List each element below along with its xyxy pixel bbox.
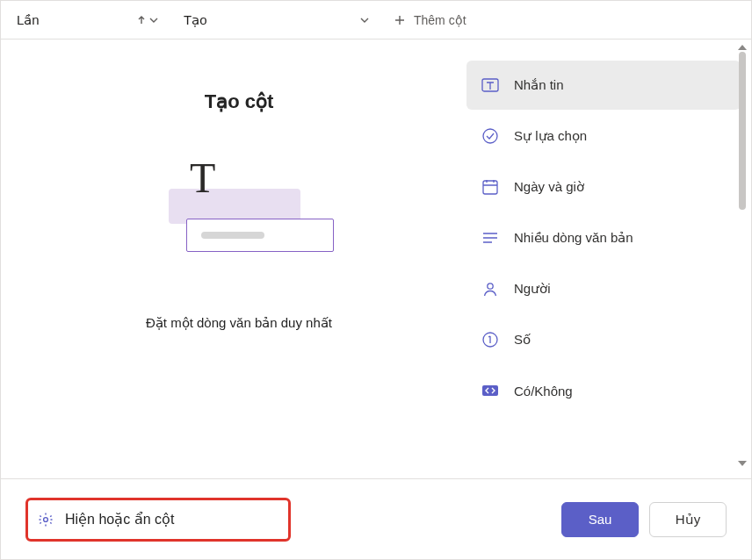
column-type-hint: Đặt một dòng văn bản duy nhất <box>146 315 332 331</box>
column-type-label: Sự lựa chọn <box>514 128 587 144</box>
scroll-down-icon[interactable] <box>738 461 747 466</box>
column-type-option[interactable]: Người <box>466 264 741 313</box>
scroll-up-icon[interactable] <box>738 45 747 50</box>
svg-point-1 <box>483 129 497 143</box>
add-column-label: Thêm cột <box>414 13 466 27</box>
column-type-label: Người <box>514 281 551 297</box>
add-column-button[interactable]: Thêm cột <box>382 13 479 27</box>
column-header-label: Tạo <box>184 12 207 28</box>
column-type-option[interactable]: Số <box>466 315 741 364</box>
plus-icon <box>394 15 405 25</box>
gear-icon <box>37 511 54 528</box>
column-preview-pane: Tạo cột T Đặt một dòng văn bản duy nhất <box>11 55 466 478</box>
column-type-list: Nhắn tinSự lựa chọnNgày và giờNhiều dòng… <box>466 55 741 478</box>
cancel-button[interactable]: Hủy <box>649 502 727 537</box>
column-type-option[interactable]: Có/Không <box>466 366 741 415</box>
column-type-option[interactable]: Nhiều dòng văn bản <box>466 213 741 262</box>
scrollbar[interactable] <box>735 45 749 466</box>
column-type-option[interactable]: Ngày và giờ <box>466 162 741 212</box>
text-icon <box>481 75 500 95</box>
svg-point-3 <box>488 284 493 289</box>
column-type-label: Số <box>514 332 531 348</box>
show-hide-columns-label: Hiện hoặc ẩn cột <box>65 511 174 528</box>
svg-point-6 <box>44 517 48 521</box>
text-glyph-icon: T <box>190 157 215 199</box>
choice-icon <box>481 126 500 146</box>
multiline-icon <box>481 228 500 248</box>
column-header-label: Lần <box>17 12 40 28</box>
show-hide-columns-button[interactable]: Hiện hoặc ẩn cột <box>25 498 291 542</box>
column-type-label: Nhắn tin <box>514 77 564 93</box>
column-type-option[interactable]: Sự lựa chọn <box>466 111 741 161</box>
next-button[interactable]: Sau <box>561 502 639 537</box>
person-icon <box>481 279 500 298</box>
sort-asc-icon <box>136 15 147 25</box>
svg-rect-2 <box>483 181 497 194</box>
column-header-tao[interactable]: Tạo <box>171 1 382 39</box>
column-type-label: Nhiều dòng văn bản <box>514 230 633 246</box>
column-type-option[interactable]: Nhắn tin <box>466 61 741 110</box>
panel-title: Tạo cột <box>205 90 274 113</box>
number-icon <box>481 330 500 349</box>
text-column-illustration: T <box>151 157 327 280</box>
column-header-row: Lần Tạo Thêm cột <box>1 1 751 39</box>
chevron-down-icon[interactable] <box>148 15 159 25</box>
chevron-down-icon[interactable] <box>359 15 370 25</box>
column-header-lan[interactable]: Lần <box>4 1 171 39</box>
scrollbar-thumb[interactable] <box>739 52 746 210</box>
calendar-icon <box>481 177 500 197</box>
panel-footer: Hiện hoặc ẩn cột Sau Hủy <box>1 478 751 559</box>
create-column-panel: Tạo cột T Đặt một dòng văn bản duy nhất … <box>1 39 751 478</box>
column-type-label: Ngày và giờ <box>514 179 584 195</box>
yesno-icon <box>481 381 500 400</box>
svg-rect-5 <box>482 385 498 396</box>
column-type-label: Có/Không <box>514 384 573 398</box>
